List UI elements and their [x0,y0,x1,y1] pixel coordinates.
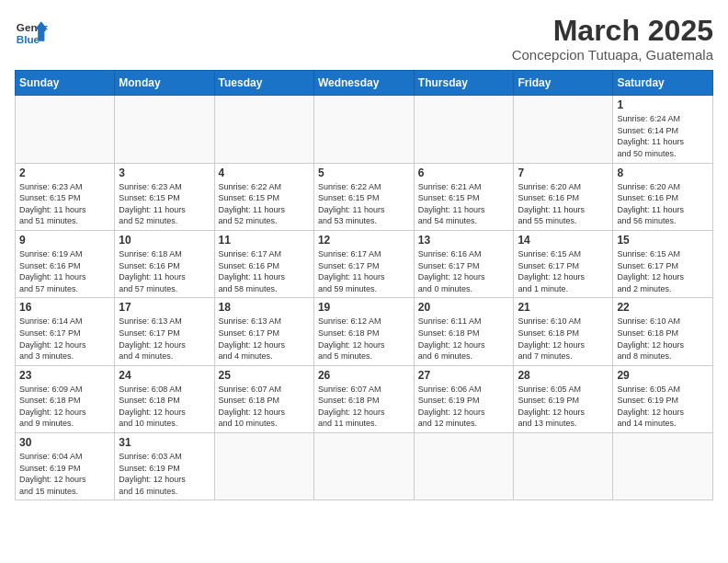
calendar-cell: 22Sunrise: 6:10 AM Sunset: 6:18 PM Dayli… [613,298,713,365]
calendar-cell: 5Sunrise: 6:22 AM Sunset: 6:15 PM Daylig… [313,163,414,230]
day-header-wednesday: Wednesday [313,71,414,96]
day-number: 17 [119,301,210,314]
calendar-cell [313,96,414,163]
day-info: Sunrise: 6:23 AM Sunset: 6:15 PM Dayligh… [19,181,110,227]
days-header-row: SundayMondayTuesdayWednesdayThursdayFrid… [16,71,713,96]
calendar-cell: 17Sunrise: 6:13 AM Sunset: 6:17 PM Dayli… [115,298,214,365]
day-info: Sunrise: 6:18 AM Sunset: 6:16 PM Dayligh… [119,248,210,294]
calendar-cell: 10Sunrise: 6:18 AM Sunset: 6:16 PM Dayli… [115,230,214,297]
day-info: Sunrise: 6:22 AM Sunset: 6:15 PM Dayligh… [219,181,310,227]
day-info: Sunrise: 6:19 AM Sunset: 6:16 PM Dayligh… [19,248,110,294]
logo-icon: General Blue [15,15,48,48]
day-number: 25 [219,369,310,382]
day-info: Sunrise: 6:09 AM Sunset: 6:18 PM Dayligh… [19,384,110,430]
day-header-monday: Monday [115,71,214,96]
calendar-cell: 14Sunrise: 6:15 AM Sunset: 6:17 PM Dayli… [514,230,613,297]
day-header-tuesday: Tuesday [214,71,313,96]
day-info: Sunrise: 6:13 AM Sunset: 6:17 PM Dayligh… [119,316,210,362]
calendar-cell [115,96,214,163]
day-number: 16 [19,301,110,314]
day-number: 28 [518,369,609,382]
calendar-cell [214,433,313,500]
calendar-week-1: 1Sunrise: 6:24 AM Sunset: 6:14 PM Daylig… [16,96,713,163]
day-header-friday: Friday [514,71,613,96]
day-number: 6 [418,167,510,179]
month-title: March 2025 [512,15,713,47]
day-info: Sunrise: 6:16 AM Sunset: 6:17 PM Dayligh… [418,248,510,294]
day-info: Sunrise: 6:05 AM Sunset: 6:19 PM Dayligh… [617,384,709,430]
day-info: Sunrise: 6:12 AM Sunset: 6:18 PM Dayligh… [318,316,410,362]
calendar-week-4: 16Sunrise: 6:14 AM Sunset: 6:17 PM Dayli… [16,298,713,365]
day-info: Sunrise: 6:07 AM Sunset: 6:18 PM Dayligh… [219,384,310,430]
day-info: Sunrise: 6:03 AM Sunset: 6:19 PM Dayligh… [119,451,210,497]
calendar-cell: 21Sunrise: 6:10 AM Sunset: 6:18 PM Dayli… [514,298,613,365]
calendar-cell [414,96,514,163]
calendar-cell [514,433,613,500]
calendar-cell: 12Sunrise: 6:17 AM Sunset: 6:17 PM Dayli… [313,230,414,297]
day-info: Sunrise: 6:07 AM Sunset: 6:18 PM Dayligh… [318,384,410,430]
day-number: 14 [518,234,609,247]
day-number: 23 [19,369,110,382]
calendar-cell: 23Sunrise: 6:09 AM Sunset: 6:18 PM Dayli… [16,365,115,432]
day-number: 1 [617,98,709,111]
day-info: Sunrise: 6:13 AM Sunset: 6:17 PM Dayligh… [219,316,310,362]
day-number: 24 [119,369,210,382]
day-info: Sunrise: 6:14 AM Sunset: 6:17 PM Dayligh… [19,316,110,362]
day-info: Sunrise: 6:23 AM Sunset: 6:15 PM Dayligh… [119,181,210,227]
day-number: 15 [617,234,709,247]
page-header: General Blue March 2025 Concepcion Tutua… [15,15,713,63]
calendar-week-6: 30Sunrise: 6:04 AM Sunset: 6:19 PM Dayli… [16,433,713,500]
calendar-cell: 24Sunrise: 6:08 AM Sunset: 6:18 PM Dayli… [115,365,214,432]
day-info: Sunrise: 6:21 AM Sunset: 6:15 PM Dayligh… [418,181,510,227]
day-header-thursday: Thursday [414,71,514,96]
calendar-cell: 25Sunrise: 6:07 AM Sunset: 6:18 PM Dayli… [214,365,313,432]
day-info: Sunrise: 6:20 AM Sunset: 6:16 PM Dayligh… [518,181,609,227]
day-number: 19 [318,301,410,314]
calendar-cell: 6Sunrise: 6:21 AM Sunset: 6:15 PM Daylig… [414,163,514,230]
calendar-cell [214,96,313,163]
day-number: 12 [318,234,410,247]
calendar-week-5: 23Sunrise: 6:09 AM Sunset: 6:18 PM Dayli… [16,365,713,432]
day-number: 5 [318,167,410,179]
day-number: 31 [119,436,210,449]
day-info: Sunrise: 6:17 AM Sunset: 6:16 PM Dayligh… [219,248,310,294]
day-number: 9 [19,234,110,247]
day-number: 8 [617,167,709,179]
title-area: March 2025 Concepcion Tutuapa, Guatemala [512,15,713,63]
calendar-cell: 28Sunrise: 6:05 AM Sunset: 6:19 PM Dayli… [514,365,613,432]
calendar-cell: 11Sunrise: 6:17 AM Sunset: 6:16 PM Dayli… [214,230,313,297]
day-info: Sunrise: 6:11 AM Sunset: 6:18 PM Dayligh… [418,316,510,362]
day-number: 29 [617,369,709,382]
day-header-sunday: Sunday [16,71,115,96]
calendar-cell [514,96,613,163]
calendar-cell: 1Sunrise: 6:24 AM Sunset: 6:14 PM Daylig… [613,96,713,163]
calendar-cell: 18Sunrise: 6:13 AM Sunset: 6:17 PM Dayli… [214,298,313,365]
calendar-cell [16,96,115,163]
calendar-week-2: 2Sunrise: 6:23 AM Sunset: 6:15 PM Daylig… [16,163,713,230]
day-info: Sunrise: 6:10 AM Sunset: 6:18 PM Dayligh… [518,316,609,362]
calendar-cell [414,433,514,500]
svg-text:Blue: Blue [17,33,40,45]
calendar-body: 1Sunrise: 6:24 AM Sunset: 6:14 PM Daylig… [16,96,713,500]
calendar-cell: 3Sunrise: 6:23 AM Sunset: 6:15 PM Daylig… [115,163,214,230]
day-number: 21 [518,301,609,314]
location-subtitle: Concepcion Tutuapa, Guatemala [512,47,713,63]
day-number: 2 [19,167,110,179]
calendar-cell: 29Sunrise: 6:05 AM Sunset: 6:19 PM Dayli… [613,365,713,432]
day-info: Sunrise: 6:22 AM Sunset: 6:15 PM Dayligh… [318,181,410,227]
day-info: Sunrise: 6:04 AM Sunset: 6:19 PM Dayligh… [19,451,110,497]
calendar-cell: 15Sunrise: 6:15 AM Sunset: 6:17 PM Dayli… [613,230,713,297]
calendar-cell: 26Sunrise: 6:07 AM Sunset: 6:18 PM Dayli… [313,365,414,432]
day-info: Sunrise: 6:15 AM Sunset: 6:17 PM Dayligh… [617,248,709,294]
day-number: 10 [119,234,210,247]
day-info: Sunrise: 6:20 AM Sunset: 6:16 PM Dayligh… [617,181,709,227]
day-header-saturday: Saturday [613,71,713,96]
day-number: 11 [219,234,310,247]
day-number: 26 [318,369,410,382]
calendar-table: SundayMondayTuesdayWednesdayThursdayFrid… [15,70,713,500]
day-number: 18 [219,301,310,314]
calendar-cell: 27Sunrise: 6:06 AM Sunset: 6:19 PM Dayli… [414,365,514,432]
calendar-week-3: 9Sunrise: 6:19 AM Sunset: 6:16 PM Daylig… [16,230,713,297]
calendar-cell: 31Sunrise: 6:03 AM Sunset: 6:19 PM Dayli… [115,433,214,500]
day-info: Sunrise: 6:08 AM Sunset: 6:18 PM Dayligh… [119,384,210,430]
